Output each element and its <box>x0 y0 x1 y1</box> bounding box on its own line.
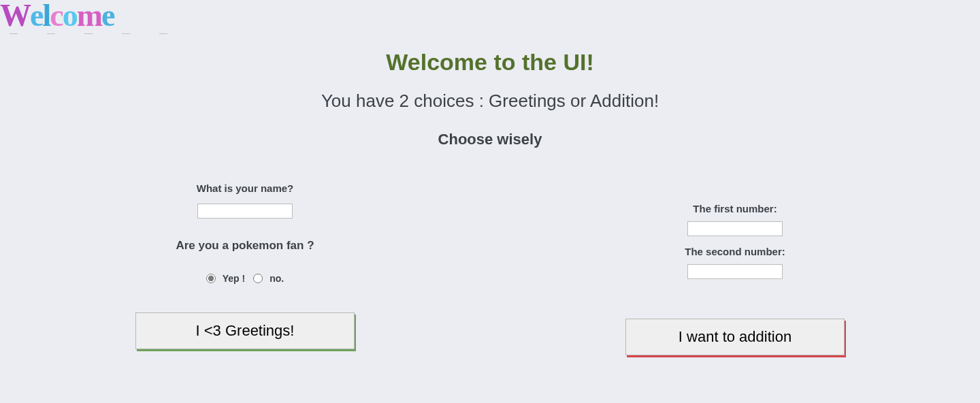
first-number-input[interactable] <box>687 221 783 236</box>
fan-radio-yes[interactable] <box>206 274 216 283</box>
name-input[interactable] <box>197 204 293 219</box>
page-subtitle: You have 2 choices : Greetings or Additi… <box>0 91 980 112</box>
page-title: Welcome to the UI! <box>0 49 980 76</box>
page-tagline: Choose wisely <box>0 131 980 148</box>
fan-radio-yes-text: Yep ! <box>223 273 245 284</box>
second-number-label: The second number: <box>685 246 785 257</box>
fan-radio-no-text: no. <box>270 273 284 284</box>
fan-radio-yes-label[interactable]: Yep ! <box>206 273 245 284</box>
fan-radio-group: Yep ! no. <box>206 273 284 284</box>
fan-question-label: Are you a pokemon fan ? <box>176 239 314 253</box>
welcome-logo: Welcome — — — — — <box>0 0 181 37</box>
greetings-button[interactable]: I <3 Greetings! <box>135 312 355 349</box>
greetings-section: What is your name? Are you a pokemon fan… <box>0 182 490 355</box>
fan-radio-no[interactable] <box>253 274 263 283</box>
addition-button[interactable]: I want to addition <box>625 319 845 355</box>
name-label: What is your name? <box>197 182 294 194</box>
fan-radio-no-label[interactable]: no. <box>253 273 284 284</box>
first-number-label: The first number: <box>693 203 777 214</box>
second-number-input[interactable] <box>687 264 783 279</box>
addition-section: The first number: The second number: I w… <box>490 182 980 355</box>
